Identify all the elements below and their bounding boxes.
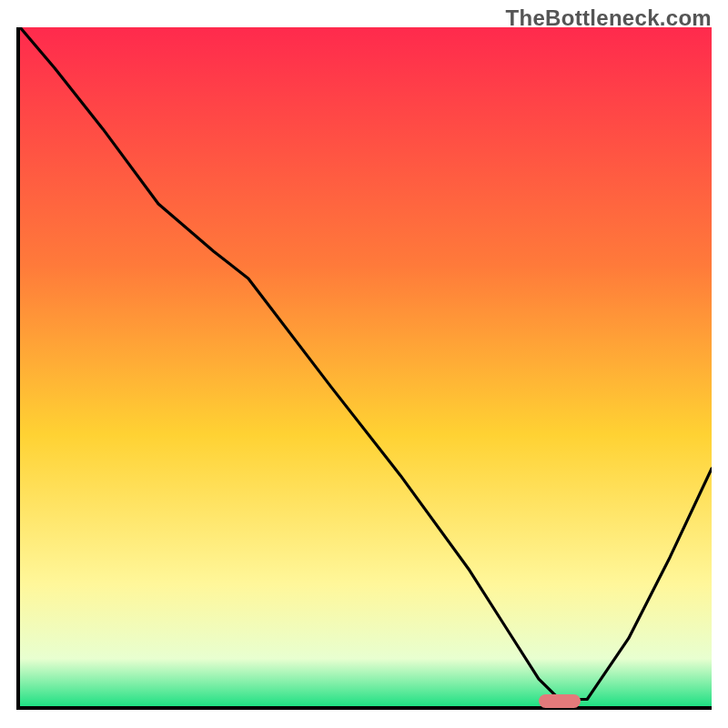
svg-rect-0 (20, 27, 712, 706)
background-gradient (20, 27, 712, 706)
optimal-marker (539, 694, 581, 708)
chart-area (16, 27, 712, 710)
